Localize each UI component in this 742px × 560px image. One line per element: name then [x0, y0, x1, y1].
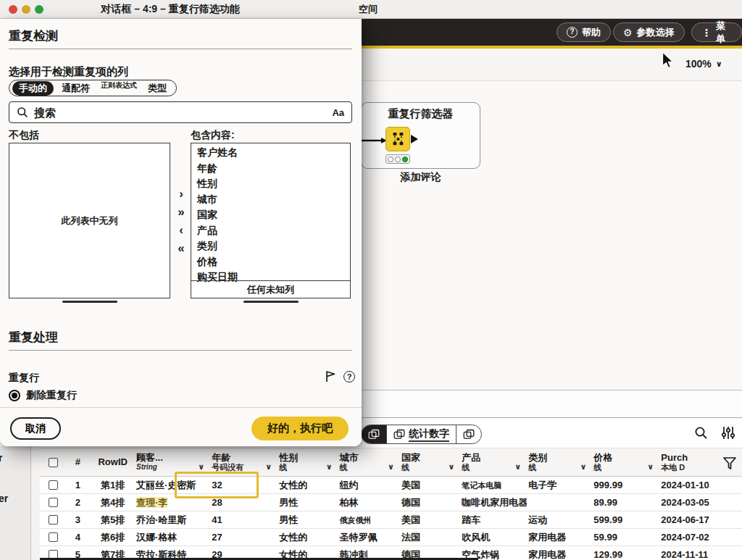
- cell-city[interactable]: 纽约: [338, 479, 400, 492]
- column-sort-chevron-icon[interactable]: ∨: [326, 462, 333, 472]
- column-header-age[interactable]: 年龄号码没有∨: [210, 453, 278, 472]
- cell-rowid[interactable]: 第1排: [89, 479, 135, 492]
- cell-city[interactable]: 俄亥俄州: [338, 514, 400, 526]
- column-sort-chevron-icon[interactable]: ∨: [388, 462, 394, 472]
- column-header-gender[interactable]: 性别线∨: [278, 453, 338, 472]
- help-button[interactable]: ? 帮助: [556, 22, 611, 42]
- zoom-control[interactable]: 100% ∨: [685, 58, 722, 70]
- include-column-item[interactable]: 产品: [191, 223, 350, 239]
- menu-button[interactable]: ⋮ 菜单: [691, 22, 742, 42]
- extra-view-tab[interactable]: [457, 425, 481, 443]
- column-header-name[interactable]: 顾客...String∨: [135, 453, 210, 472]
- column-header-product[interactable]: 产品线∨: [460, 453, 527, 472]
- row-checkbox[interactable]: [49, 515, 58, 525]
- case-sensitive-toggle[interactable]: Aa: [332, 107, 344, 118]
- cell-num[interactable]: 4: [64, 532, 89, 543]
- include-column-item[interactable]: 城市: [191, 192, 350, 208]
- move-left-button[interactable]: ‹: [173, 223, 189, 238]
- excludes-scrollbar[interactable]: [62, 301, 117, 303]
- radio-selected-icon[interactable]: [9, 390, 20, 401]
- column-search-field[interactable]: Aa: [9, 101, 352, 123]
- column-sort-chevron-icon[interactable]: ∨: [198, 462, 204, 472]
- cell-num[interactable]: 1: [64, 480, 89, 490]
- search-input[interactable]: [34, 106, 326, 119]
- column-header-country[interactable]: 国家线∨: [400, 453, 460, 472]
- flow-variable-flag-icon[interactable]: [325, 370, 336, 383]
- row-checkbox[interactable]: [49, 498, 58, 507]
- cell-date[interactable]: 2024-11-11: [659, 549, 742, 560]
- cell-name[interactable]: 查理·李: [135, 496, 210, 509]
- cell-gender[interactable]: 男性: [278, 514, 338, 527]
- help-circle-icon[interactable]: ?: [343, 371, 355, 383]
- column-header-city[interactable]: 城市线∨: [338, 453, 400, 472]
- move-right-button[interactable]: ›: [173, 187, 189, 201]
- column-header-num[interactable]: #: [64, 457, 89, 467]
- table-row[interactable]: 2第4排查理·李28男性柏林德国咖啡机家用电器89.992024-03-05: [40, 494, 742, 511]
- cell-product[interactable]: 咖啡机家用电器: [460, 496, 527, 509]
- column-sort-chevron-icon[interactable]: ∨: [647, 462, 654, 472]
- column-sort-chevron-icon[interactable]: ∨: [514, 462, 521, 472]
- cell-name[interactable]: 艾丽丝·史密斯: [135, 479, 210, 492]
- column-header-price[interactable]: 价格线∨: [592, 453, 659, 472]
- mode-tab-2[interactable]: 正则表达式: [98, 80, 140, 91]
- move-all-right-button[interactable]: »: [173, 205, 189, 220]
- cell-category[interactable]: 家用电器: [527, 548, 592, 560]
- space-tab[interactable]: 空间: [359, 3, 378, 16]
- cell-age[interactable]: 28: [210, 497, 278, 508]
- cell-date[interactable]: 2024-03-05: [659, 497, 742, 508]
- cell-category[interactable]: 电子学: [527, 479, 592, 492]
- cell-rowid[interactable]: 第5排: [89, 514, 135, 527]
- settings-button[interactable]: ⚙ 参数选择: [613, 22, 685, 42]
- cell-num[interactable]: 3: [64, 514, 89, 525]
- cell-rowid[interactable]: 第4排: [89, 496, 135, 509]
- mode-tab-3[interactable]: 类型: [141, 81, 173, 96]
- mode-tab-1[interactable]: 通配符: [55, 81, 96, 96]
- mode-tab-0[interactable]: 手动的: [12, 81, 54, 96]
- row-checkbox[interactable]: [49, 480, 58, 490]
- cell-country[interactable]: 法国: [400, 531, 460, 544]
- cell-date[interactable]: 2024-07-02: [659, 532, 742, 543]
- cell-price[interactable]: 599.99: [592, 514, 659, 525]
- statistics-view-tab[interactable]: 统计数字: [387, 425, 457, 443]
- cell-date[interactable]: 2024-06-17: [659, 514, 742, 525]
- column-sort-chevron-icon[interactable]: ∨: [448, 462, 454, 472]
- column-sort-chevron-icon[interactable]: ∨: [580, 462, 586, 472]
- include-column-item[interactable]: 年龄: [191, 161, 350, 177]
- cell-gender[interactable]: 女性的: [278, 479, 338, 492]
- cell-product[interactable]: 踏车: [460, 514, 527, 527]
- column-header-rowid[interactable]: RowID: [89, 457, 135, 467]
- column-header-category[interactable]: 类别线∨: [527, 453, 592, 472]
- table-row[interactable]: 4第6排汉娜·格林27女性的圣特罗佩法国吹风机家用电器59.992024-07-…: [40, 529, 742, 546]
- cell-name[interactable]: 乔治·哈里斯: [135, 514, 210, 527]
- cell-num[interactable]: 2: [64, 497, 89, 508]
- move-all-left-button[interactable]: «: [173, 241, 189, 256]
- cancel-button[interactable]: 取消: [10, 417, 61, 440]
- cell-gender[interactable]: 女性的: [278, 531, 338, 544]
- column-sort-chevron-icon[interactable]: ∨: [265, 462, 272, 472]
- cell-price[interactable]: 999.99: [592, 480, 659, 490]
- cell-country[interactable]: 美国: [400, 479, 460, 492]
- includes-scrollbar[interactable]: [243, 301, 299, 303]
- cell-category[interactable]: 运动: [527, 514, 592, 527]
- cell-city[interactable]: 圣特罗佩: [338, 531, 400, 544]
- node-comment[interactable]: 添加评论: [361, 171, 480, 184]
- column-filter-funnel-icon[interactable]: [722, 456, 737, 471]
- cell-name[interactable]: 汉娜·格林: [135, 531, 210, 544]
- any-unknown-columns-option[interactable]: 任何未知列: [191, 280, 350, 298]
- cell-gender[interactable]: 男性: [278, 496, 338, 509]
- include-column-item[interactable]: 价格: [191, 254, 350, 270]
- cell-country[interactable]: 美国: [400, 514, 460, 527]
- cell-age[interactable]: 32: [210, 480, 278, 490]
- include-column-item[interactable]: 性别: [191, 176, 350, 192]
- cell-price[interactable]: 129.99: [592, 549, 659, 560]
- table-row[interactable]: 1第1排艾丽丝·史密斯32女性的纽约美国笔记本电脑电子学999.992024-0…: [40, 477, 742, 494]
- cell-price[interactable]: 89.99: [592, 497, 659, 508]
- cell-date[interactable]: 2024-01-10: [659, 480, 742, 490]
- excluded-columns-list[interactable]: 此列表中无列: [9, 143, 170, 298]
- remove-duplicates-radio-row[interactable]: 删除重复行: [9, 389, 77, 402]
- cell-age[interactable]: 27: [210, 532, 278, 543]
- cell-age[interactable]: 41: [210, 514, 278, 525]
- cell-city[interactable]: 柏林: [338, 496, 400, 509]
- table-view-tab[interactable]: [362, 425, 387, 443]
- duplicate-row-filter-node[interactable]: [385, 127, 410, 151]
